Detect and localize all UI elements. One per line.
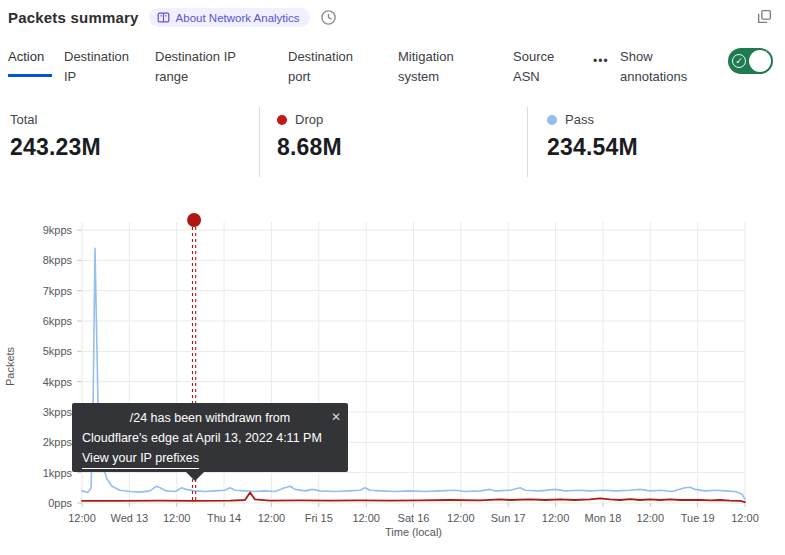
stat-total-label: Total xyxy=(10,112,37,127)
x-axis-tick-label: Wed 13 xyxy=(110,512,148,524)
stat-pass-value: 234.54M xyxy=(547,134,785,161)
book-icon xyxy=(157,11,170,24)
x-axis-tick-label: Sat 16 xyxy=(398,512,430,524)
tab-destination-port-label: Destination port xyxy=(288,49,353,84)
x-axis-tick-label: 12:00 xyxy=(637,512,665,524)
x-axis-tick-label: 12:00 xyxy=(352,512,380,524)
page-title: Packets summary xyxy=(8,9,139,26)
y-axis-tick-label: 5kpps xyxy=(43,345,73,357)
stat-drop-value: 8.68M xyxy=(277,134,527,161)
stat-pass: Pass 234.54M xyxy=(527,107,785,177)
tab-mitigation-system[interactable]: Mitigation system xyxy=(398,47,468,87)
stat-drop-label: Drop xyxy=(295,112,323,127)
about-network-analytics-badge[interactable]: About Network Analytics xyxy=(149,8,310,27)
copy-panel-icon[interactable] xyxy=(756,8,773,25)
y-axis-tick-label: 7kpps xyxy=(43,285,73,297)
annotation-tooltip: /24 has been withdrawn from Cloudflare's… xyxy=(72,403,348,472)
y-axis-tick-label: 3kpps xyxy=(43,406,73,418)
active-tab-underline xyxy=(8,74,52,77)
x-axis-tick-label: Sun 17 xyxy=(491,512,526,524)
show-annotations-toggle[interactable]: ✓ xyxy=(728,48,773,74)
view-ip-prefixes-link[interactable]: View your IP prefixes xyxy=(82,448,199,469)
x-axis-tick-label: Thu 14 xyxy=(207,512,241,524)
toggle-check-icon: ✓ xyxy=(732,54,746,68)
annotation-tooltip-text-line2: Cloudflare's edge at April 13, 2022 4:11… xyxy=(82,428,338,448)
stat-drop: Drop 8.68M xyxy=(259,107,527,177)
tab-destination-ip-label: Destination IP xyxy=(64,49,129,84)
x-axis-tick-label: 12:00 xyxy=(731,512,759,524)
series-drop-line xyxy=(82,492,745,502)
about-badge-label: About Network Analytics xyxy=(176,12,300,24)
y-axis-tick-label: 6kpps xyxy=(43,315,73,327)
y-axis-tick-label: 8kpps xyxy=(43,254,73,266)
tab-destination-ip-range-label: Destination IP range xyxy=(155,49,236,84)
y-axis-tick-label: 0pps xyxy=(48,497,72,509)
panel-header: Packets summary About Network Analytics xyxy=(8,8,337,27)
y-axis-tick-label: 4kpps xyxy=(43,376,73,388)
annotation-tooltip-text-line1: /24 has been withdrawn from xyxy=(82,408,338,428)
y-axis-tick-label: 2kpps xyxy=(43,436,73,448)
x-axis-tick-label: 12:00 xyxy=(258,512,286,524)
x-axis-tick-label: Mon 18 xyxy=(585,512,622,524)
pass-legend-dot-icon xyxy=(547,115,557,125)
y-axis-title: Packets xyxy=(4,346,16,386)
dimension-tabs: Action Destination IP Destination IP ran… xyxy=(0,46,785,92)
tooltip-close-icon[interactable]: ✕ xyxy=(331,407,341,427)
more-tabs-ellipsis-icon[interactable]: ••• xyxy=(593,54,609,68)
x-axis-tick-label: Fri 15 xyxy=(305,512,333,524)
tab-destination-port[interactable]: Destination port xyxy=(288,47,368,87)
stat-total: Total 243.23M xyxy=(0,107,259,177)
tab-mitigation-system-label: Mitigation system xyxy=(398,49,454,84)
show-annotations-label: Show annotations xyxy=(620,47,704,87)
x-axis-tick-label: 12:00 xyxy=(68,512,96,524)
x-axis-tick-label: 12:00 xyxy=(163,512,191,524)
y-axis-tick-label: 1kpps xyxy=(43,467,73,479)
stat-pass-label: Pass xyxy=(565,112,594,127)
tab-destination-ip[interactable]: Destination IP xyxy=(64,47,140,87)
x-axis-tick-label: 12:00 xyxy=(542,512,570,524)
toggle-knob xyxy=(749,50,771,72)
tab-action[interactable]: Action xyxy=(8,47,44,67)
y-axis-tick-label: 9kpps xyxy=(43,224,73,236)
packets-summary-panel: Packets summary About Network Analytics … xyxy=(0,0,785,555)
tab-source-asn-label: Source ASN xyxy=(513,49,554,84)
totals-row: Total 243.23M Drop 8.68M Pass 234.54M xyxy=(0,107,785,177)
x-axis-tick-label: Tue 19 xyxy=(681,512,715,524)
time-period-clock-icon[interactable] xyxy=(320,9,337,26)
x-axis-title: Time (local) xyxy=(385,526,442,538)
tab-action-label: Action xyxy=(8,49,44,64)
x-axis-tick-label: 12:00 xyxy=(447,512,475,524)
annotation-marker[interactable] xyxy=(187,213,201,227)
tab-source-asn[interactable]: Source ASN xyxy=(513,47,565,87)
tab-destination-ip-range[interactable]: Destination IP range xyxy=(155,47,255,87)
drop-legend-dot-icon xyxy=(277,115,287,125)
stat-total-value: 243.23M xyxy=(10,134,259,161)
